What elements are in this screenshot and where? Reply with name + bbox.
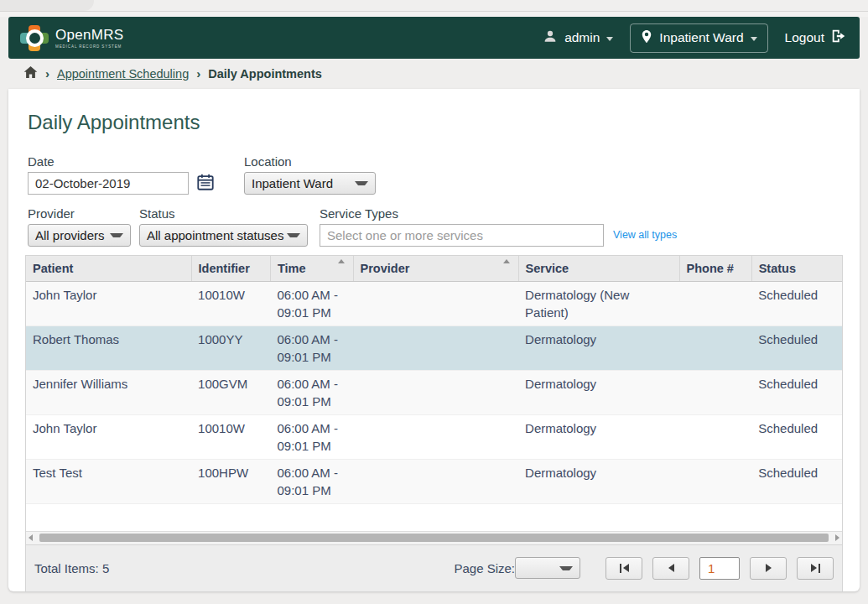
provider-field: Provider All providers bbox=[28, 206, 139, 247]
column-header-time[interactable]: Time bbox=[270, 256, 353, 281]
cell-identifier: 100GVM bbox=[191, 370, 270, 414]
home-icon[interactable] bbox=[23, 65, 38, 81]
breadcrumb-link-appointment-scheduling[interactable]: Appointment Scheduling bbox=[57, 67, 189, 81]
cell-provider bbox=[353, 281, 518, 325]
location-label: Location bbox=[244, 154, 376, 169]
sort-ascending-icon bbox=[503, 259, 510, 263]
cell-phone bbox=[679, 281, 751, 325]
appointment-row[interactable]: Test Test100HPW06:00 AM - 09:01 PMDermat… bbox=[26, 459, 842, 503]
brand-name: OpenMRS bbox=[55, 27, 123, 44]
grid-footer: Total Items: 5 Page Size: bbox=[25, 545, 843, 592]
horizontal-scrollbar[interactable] bbox=[26, 531, 842, 544]
service-types-field: Service Types bbox=[320, 206, 604, 247]
scroll-left-icon[interactable] bbox=[29, 534, 33, 541]
cell-provider bbox=[353, 325, 518, 370]
cell-identifier: 1000YY bbox=[191, 325, 270, 370]
total-items: Total Items: 5 bbox=[34, 561, 109, 575]
column-header-status[interactable]: Status bbox=[751, 256, 842, 281]
cell-patient: John Taylor bbox=[26, 414, 191, 459]
column-header-identifier[interactable]: Identifier bbox=[191, 256, 270, 281]
cell-status: Scheduled bbox=[751, 414, 842, 459]
appointment-row[interactable]: Robert Thomas1000YY06:00 AM - 09:01 PMDe… bbox=[26, 325, 842, 370]
breadcrumb-separator: › bbox=[196, 66, 200, 81]
provider-label: Provider bbox=[28, 206, 139, 221]
cell-patient: Jennifer Williams bbox=[26, 370, 191, 414]
breadcrumb-separator: › bbox=[45, 66, 49, 81]
date-input[interactable] bbox=[28, 172, 189, 195]
column-header-service[interactable]: Service bbox=[518, 256, 679, 281]
cell-service: Dermatology (New Patient) bbox=[518, 281, 679, 325]
last-page-icon bbox=[819, 564, 820, 573]
page-size-label: Page Size: bbox=[454, 561, 515, 575]
location-select[interactable]: Inpatient Ward bbox=[244, 172, 376, 195]
openmrs-logo-icon bbox=[20, 25, 49, 51]
chevron-down-icon bbox=[606, 37, 613, 41]
page-number-input[interactable] bbox=[699, 557, 740, 580]
service-types-label: Service Types bbox=[320, 206, 604, 221]
appointment-row[interactable]: Jennifer Williams100GVM06:00 AM - 09:01 … bbox=[26, 370, 842, 414]
appointment-row[interactable]: John Taylor10010W06:00 AM - 09:01 PMDerm… bbox=[26, 281, 842, 325]
first-page-button[interactable] bbox=[606, 557, 642, 580]
column-header-phone[interactable]: Phone # bbox=[679, 256, 751, 281]
brand-subtitle: Medical Record System bbox=[55, 44, 123, 49]
provider-select[interactable]: All providers bbox=[28, 224, 131, 247]
page-title: Daily Appointments bbox=[28, 111, 843, 134]
calendar-icon[interactable] bbox=[196, 173, 215, 195]
right-triangle-icon bbox=[811, 564, 817, 572]
first-page-icon bbox=[620, 564, 621, 573]
status-select-value: All appointment statuses bbox=[147, 228, 283, 242]
cell-status: Scheduled bbox=[751, 459, 842, 503]
user-menu[interactable]: admin bbox=[543, 29, 613, 47]
status-label: Status bbox=[139, 206, 320, 221]
location-select-value: Inpatient Ward bbox=[252, 176, 333, 190]
chevron-down-icon bbox=[355, 181, 368, 185]
date-label: Date bbox=[28, 154, 215, 169]
cell-identifier: 100HPW bbox=[191, 459, 270, 503]
total-items-label: Total Items: bbox=[34, 561, 99, 575]
left-triangle-icon bbox=[623, 564, 629, 572]
cell-provider bbox=[353, 414, 518, 459]
chevron-down-icon bbox=[751, 37, 757, 41]
cell-status: Scheduled bbox=[751, 325, 842, 370]
scroll-right-icon[interactable] bbox=[835, 534, 839, 541]
cell-status: Scheduled bbox=[751, 370, 842, 414]
cell-patient: Test Test bbox=[26, 459, 191, 503]
chevron-down-icon bbox=[287, 233, 300, 237]
cell-service: Dermatology bbox=[518, 325, 679, 370]
appointments-table: PatientIdentifierTimeProviderServicePhon… bbox=[26, 256, 842, 504]
cell-time: 06:00 AM - 09:01 PM bbox=[270, 281, 353, 325]
cell-phone bbox=[679, 459, 751, 503]
cell-patient: Robert Thomas bbox=[26, 325, 191, 370]
session-location-menu[interactable]: Inpatient Ward bbox=[630, 23, 767, 53]
date-field: Date bbox=[28, 154, 215, 195]
page-size-select[interactable] bbox=[515, 557, 580, 579]
user-icon bbox=[543, 29, 558, 47]
previous-page-button[interactable] bbox=[652, 557, 689, 580]
status-select[interactable]: All appointment statuses bbox=[139, 224, 308, 247]
cell-service: Dermatology bbox=[518, 459, 679, 503]
sort-ascending-icon bbox=[338, 259, 345, 263]
column-header-provider[interactable]: Provider bbox=[353, 256, 518, 281]
next-page-button[interactable] bbox=[750, 557, 787, 580]
last-page-button[interactable] bbox=[797, 557, 834, 580]
cell-time: 06:00 AM - 09:01 PM bbox=[270, 414, 353, 459]
column-header-patient[interactable]: Patient bbox=[26, 256, 191, 281]
breadcrumb-current: Daily Appointments bbox=[208, 67, 322, 81]
chevron-down-icon bbox=[110, 233, 123, 237]
logout-button[interactable]: Logout bbox=[785, 29, 846, 46]
cell-status: Scheduled bbox=[751, 281, 842, 325]
view-all-types-link[interactable]: View all types bbox=[613, 229, 677, 241]
openmrs-home-link[interactable]: OpenMRS Medical Record System bbox=[20, 25, 123, 51]
cell-identifier: 10010W bbox=[191, 414, 270, 459]
service-types-input[interactable] bbox=[320, 224, 604, 247]
breadcrumb: › Appointment Scheduling › Daily Appoint… bbox=[0, 59, 868, 89]
appointment-row[interactable]: John Taylor10010W06:00 AM - 09:01 PMDerm… bbox=[26, 414, 842, 459]
browser-tab-edge bbox=[0, 0, 94, 11]
cell-time: 06:00 AM - 09:01 PM bbox=[270, 370, 353, 414]
total-items-value: 5 bbox=[102, 561, 109, 575]
pagination: Page Size: bbox=[454, 557, 834, 580]
browser-chrome-strip bbox=[0, 0, 868, 12]
table-empty-space bbox=[26, 504, 842, 531]
cell-service: Dermatology bbox=[518, 414, 679, 459]
scrollbar-thumb[interactable] bbox=[39, 534, 829, 542]
